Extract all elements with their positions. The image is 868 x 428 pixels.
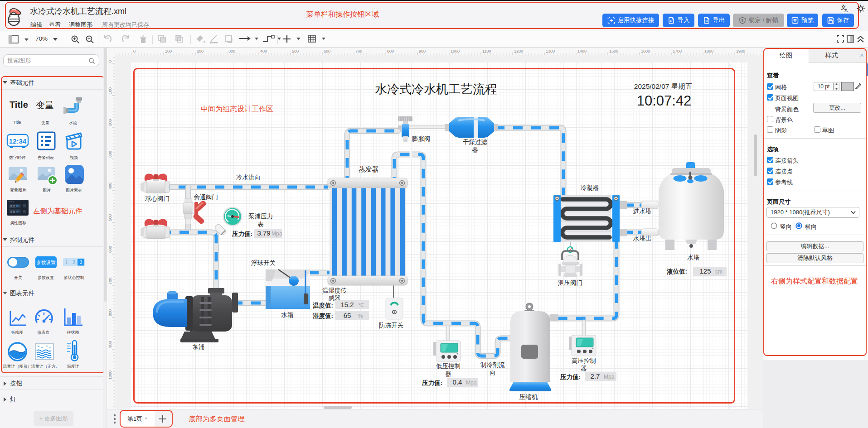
svg-text:1200: 1200	[514, 49, 523, 53]
svg-text:300: 300	[228, 49, 235, 53]
svg-text:1500: 1500	[609, 49, 618, 53]
svg-text:1900: 1900	[736, 49, 745, 53]
svg-text:100: 100	[165, 49, 172, 53]
svg-text:1000: 1000	[108, 370, 112, 380]
svg-text:800: 800	[108, 309, 112, 316]
svg-text:A: A	[844, 8, 848, 13]
svg-text:900: 900	[108, 341, 112, 348]
svg-text:300: 300	[108, 151, 112, 158]
svg-text:500: 500	[108, 214, 112, 221]
svg-text:1000: 1000	[451, 49, 460, 53]
svg-text:1300: 1300	[546, 49, 555, 53]
svg-text:200: 200	[197, 49, 204, 53]
svg-text:0: 0	[108, 60, 112, 63]
svg-text:400: 400	[108, 183, 112, 189]
svg-text:800: 800	[387, 49, 394, 53]
svg-text:600: 600	[108, 246, 112, 253]
svg-text:1400: 1400	[577, 49, 587, 53]
svg-text:0: 0	[133, 49, 136, 53]
svg-text:600: 600	[324, 49, 330, 53]
svg-text:1600: 1600	[641, 49, 650, 53]
svg-text:1800: 1800	[704, 49, 713, 53]
svg-text:1100: 1100	[482, 49, 491, 53]
svg-text:200: 200	[108, 119, 112, 126]
svg-text:900: 900	[419, 49, 426, 53]
svg-text:700: 700	[108, 278, 112, 284]
svg-text:100: 100	[108, 87, 112, 94]
svg-text:1700: 1700	[673, 49, 682, 53]
svg-text:400: 400	[260, 49, 267, 53]
svg-text:700: 700	[355, 49, 362, 53]
svg-text:500: 500	[292, 49, 299, 53]
